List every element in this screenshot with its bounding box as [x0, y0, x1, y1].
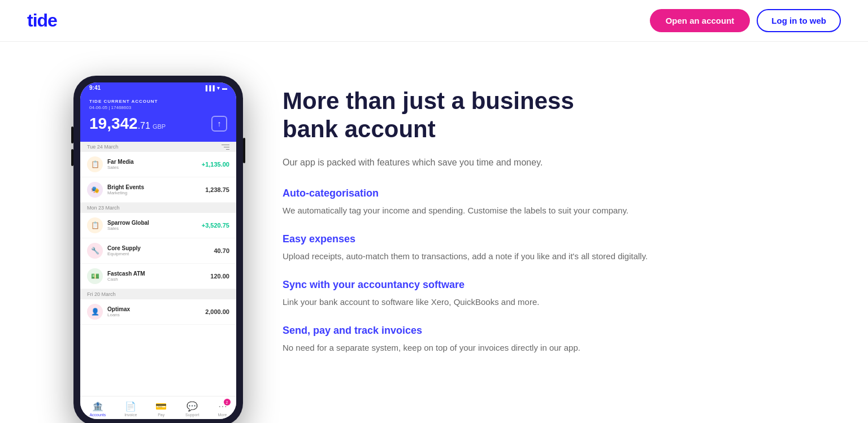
transaction-item[interactable]: 📋 Sparrow Global Sales +3,520.75: [80, 213, 236, 238]
status-icons: ▐▐▐ ▾ ▬: [204, 85, 227, 91]
txn-icon-fastcash: 💵: [87, 268, 103, 284]
filter-icon[interactable]: [222, 145, 229, 150]
txn-amount: +1,135.00: [202, 161, 229, 168]
date-header-1: Tue 24 March: [80, 142, 236, 152]
feature-desc: Upload receipts, auto-match them to tran…: [283, 250, 823, 263]
feature-title: Auto-categorisation: [283, 187, 823, 199]
balance-decimal: .71: [138, 121, 150, 130]
feature-title: Send, pay and track invoices: [283, 325, 823, 337]
txn-details-far-media: Far Media Sales: [107, 159, 197, 170]
feature-desc: We automatically tag your income and spe…: [283, 204, 823, 217]
txn-details-bright-events: Bright Events Marketing: [107, 184, 201, 195]
txn-amount: 120.00: [210, 273, 229, 280]
nav-label-invoice: Invoice: [124, 413, 137, 417]
main-heading: More than just a business bank account: [283, 87, 823, 144]
logo: tide: [27, 10, 57, 31]
transaction-item[interactable]: 💵 Fastcash ATM Cash 120.00: [80, 264, 236, 289]
balance-display: 19,342.71GBP: [89, 115, 166, 133]
balance-row: 19,342.71GBP ↑: [89, 115, 227, 133]
txn-name: Optimax: [107, 306, 201, 312]
wifi-icon: ▾: [217, 85, 220, 91]
balance-main: 19,342: [89, 115, 138, 132]
txn-icon-far-media: 📋: [87, 156, 103, 172]
txn-name: Core Supply: [107, 245, 209, 251]
phone-mockup: 9:41 ▐▐▐ ▾ ▬ TIDE CURRENT ACCOUNT 04-06-…: [73, 76, 243, 423]
header-buttons: Open an account Log in to web: [650, 9, 841, 32]
txn-amount: 2,000.00: [205, 308, 229, 315]
txn-icon-bright-events: 🎭: [87, 182, 103, 198]
bottom-navigation: 🏦 Accounts 📄 Invoice 💳 Pay 💬 Support: [80, 396, 236, 419]
account-label: TIDE CURRENT ACCOUNT: [89, 99, 227, 104]
battery-icon: ▬: [222, 85, 227, 91]
pay-icon: 💳: [155, 401, 167, 412]
feature-title: Sync with your accountancy software: [283, 279, 823, 291]
date-header-2: Mon 23 March: [80, 203, 236, 213]
date-header-3: Fri 20 March: [80, 289, 236, 299]
transaction-item[interactable]: 🔧 Core Supply Equipment 40.70: [80, 238, 236, 264]
nav-label-support: Support: [185, 413, 199, 417]
feature-auto-categorisation: Auto-categorisation We automatically tag…: [283, 187, 823, 217]
nav-label-pay: Pay: [158, 413, 164, 417]
heading-line2: bank account: [283, 116, 436, 142]
txn-name: Far Media: [107, 159, 197, 165]
txn-icon-core-supply: 🔧: [87, 243, 103, 259]
txn-category: Equipment: [107, 251, 209, 256]
txn-category: Marketing: [107, 190, 201, 195]
accounts-icon: 🏦: [92, 401, 103, 412]
power-button: [243, 138, 245, 163]
txn-category: Cash: [107, 277, 206, 282]
txn-name: Sparrow Global: [107, 220, 197, 226]
txn-name: Bright Events: [107, 184, 201, 190]
bank-header: TIDE CURRENT ACCOUNT 04-06-05 | 17468603…: [80, 93, 236, 142]
nav-invoice[interactable]: 📄 Invoice: [124, 401, 137, 417]
feature-desc: No need for a separate system, keep on t…: [283, 341, 823, 355]
feature-sync-accountancy: Sync with your accountancy software Link…: [283, 279, 823, 309]
txn-name: Fastcash ATM: [107, 271, 206, 277]
heading-line1: More than just a business: [283, 88, 574, 114]
feature-content: More than just a business bank account O…: [283, 76, 823, 370]
header: tide Open an account Log in to web: [0, 0, 868, 42]
nav-pay[interactable]: 💳 Pay: [155, 401, 167, 417]
status-time: 9:41: [89, 85, 101, 91]
transactions-list: Tue 24 March 📋 Far Media Sales: [80, 142, 236, 396]
status-bar: 9:41 ▐▐▐ ▾ ▬: [80, 82, 236, 93]
txn-details-core-supply: Core Supply Equipment: [107, 245, 209, 256]
nav-accounts[interactable]: 🏦 Accounts: [89, 401, 106, 417]
txn-amount: +3,520.75: [202, 222, 229, 229]
support-icon: 💬: [186, 401, 198, 412]
nav-support[interactable]: 💬 Support: [185, 401, 199, 417]
txn-category: Sales: [107, 165, 197, 170]
signal-icon: ▐▐▐: [204, 85, 215, 91]
phone-screen: 9:41 ▐▐▐ ▾ ▬ TIDE CURRENT ACCOUNT 04-06-…: [80, 82, 236, 419]
feature-easy-expenses: Easy expenses Upload receipts, auto-matc…: [283, 233, 823, 263]
phone-mockup-container: 9:41 ▐▐▐ ▾ ▬ TIDE CURRENT ACCOUNT 04-06-…: [68, 76, 249, 423]
txn-amount: 1,238.75: [205, 186, 229, 193]
feature-title: Easy expenses: [283, 233, 823, 245]
open-account-button[interactable]: Open an account: [650, 9, 750, 32]
txn-amount: 40.70: [214, 247, 229, 254]
nav-label-more: More: [218, 413, 227, 417]
date-label-1: Tue 24 March: [87, 144, 118, 150]
balance-currency: GBP: [153, 123, 166, 130]
sub-text: Our app is packed with features which sa…: [283, 155, 823, 170]
txn-details-fastcash: Fastcash ATM Cash: [107, 271, 206, 282]
nav-more[interactable]: ⋯ 2 More: [218, 401, 227, 417]
txn-category: Loans: [107, 312, 201, 317]
invoice-icon: 📄: [125, 401, 136, 412]
nav-label-accounts: Accounts: [89, 413, 106, 417]
txn-category: Sales: [107, 226, 197, 231]
feature-invoices: Send, pay and track invoices No need for…: [283, 325, 823, 355]
login-button[interactable]: Log in to web: [757, 9, 841, 32]
txn-details-optimax: Optimax Loans: [107, 306, 201, 317]
main-content: 9:41 ▐▐▐ ▾ ▬ TIDE CURRENT ACCOUNT 04-06-…: [0, 42, 868, 423]
txn-details-sparrow: Sparrow Global Sales: [107, 220, 197, 231]
feature-desc: Link your bank account to software like …: [283, 295, 823, 309]
transaction-item[interactable]: 🎭 Bright Events Marketing 1,238.75: [80, 177, 236, 203]
transaction-item[interactable]: 👤 Optimax Loans 2,000.00: [80, 299, 236, 325]
more-badge: 2: [224, 399, 231, 405]
send-icon[interactable]: ↑: [211, 116, 227, 132]
txn-icon-optimax: 👤: [87, 304, 103, 320]
transaction-item[interactable]: 📋 Far Media Sales +1,135.00: [80, 152, 236, 177]
volume-down-button: [71, 149, 73, 166]
date-label-2: Mon 23 March: [87, 205, 120, 211]
